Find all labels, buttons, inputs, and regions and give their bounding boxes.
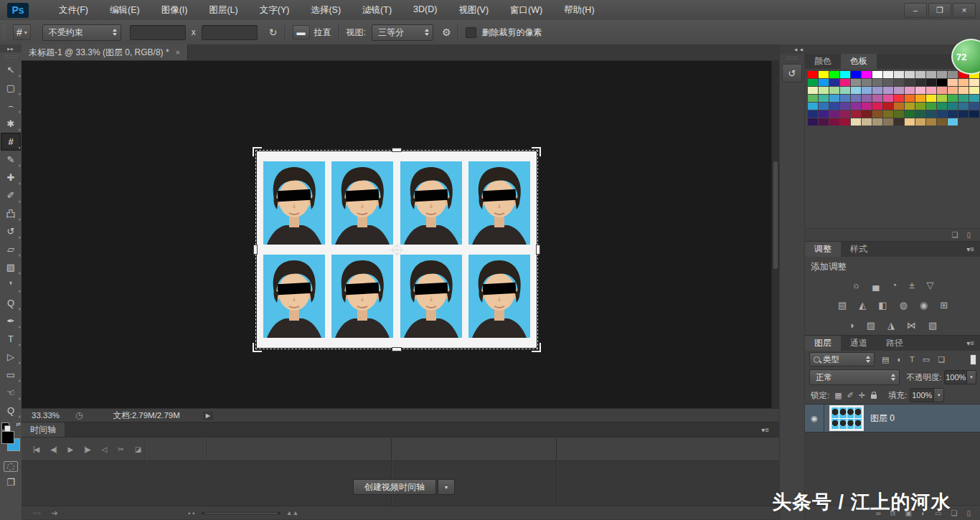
create-timeline-dropdown[interactable]: ▾	[438, 479, 455, 495]
color-swatch[interactable]	[948, 118, 958, 126]
color-swatch[interactable]	[872, 110, 882, 118]
split-clip-button[interactable]: ✂	[118, 445, 123, 453]
color-swatch[interactable]	[969, 103, 979, 110]
next-frame-button[interactable]: |▶	[84, 445, 90, 453]
color-swatch[interactable]	[819, 118, 829, 126]
lock-all-icon[interactable]	[871, 394, 877, 399]
color-swatch[interactable]	[808, 79, 818, 86]
color-swatch[interactable]	[937, 95, 947, 102]
lock-transparency-icon[interactable]: ▦	[834, 391, 842, 400]
color-swatch[interactable]	[958, 103, 969, 110]
color-swatch[interactable]	[905, 110, 915, 118]
color-swatch[interactable]	[862, 95, 872, 102]
hue-saturation-icon[interactable]: ▤	[838, 300, 847, 311]
color-swatch[interactable]	[872, 71, 882, 78]
brush-tool[interactable]: ✐	[1, 186, 21, 204]
color-swatch[interactable]	[937, 118, 947, 126]
timeline-panel-menu-icon[interactable]: ▾≡	[761, 426, 769, 434]
history-panel-icon[interactable]: ↺	[782, 64, 802, 82]
color-swatch[interactable]	[883, 103, 893, 110]
color-swatch[interactable]	[958, 110, 969, 118]
minimize-button[interactable]: –	[904, 3, 927, 18]
zoom-in-timeline-icon[interactable]: ▲▲	[286, 509, 299, 516]
color-swatch[interactable]	[840, 95, 850, 102]
color-swatch[interactable]	[808, 103, 818, 110]
color-swatch[interactable]	[840, 103, 850, 110]
close-button[interactable]: ×	[953, 3, 976, 18]
menu-filter[interactable]: 滤镜(T)	[362, 4, 392, 16]
menu-image[interactable]: 图像(I)	[161, 4, 188, 16]
lock-pixels-icon[interactable]: ✐	[847, 391, 854, 400]
crop-handle-top-right[interactable]	[532, 147, 541, 156]
color-swatch[interactable]	[958, 95, 969, 102]
color-swatch[interactable]	[883, 110, 893, 118]
color-swatch[interactable]	[819, 71, 829, 78]
tab-swatches[interactable]: 色板	[841, 54, 877, 69]
color-swatch[interactable]	[905, 103, 915, 110]
color-swatch[interactable]	[829, 71, 839, 78]
canvas-vertical-scrollbar[interactable]	[771, 61, 779, 408]
color-swatch[interactable]	[862, 87, 872, 94]
color-swatch[interactable]	[926, 71, 936, 78]
color-swatch[interactable]	[905, 79, 915, 86]
color-swatch[interactable]	[926, 110, 936, 118]
color-swatch[interactable]	[851, 71, 861, 78]
render-video-icon[interactable]: ➔	[52, 509, 58, 518]
color-swatch[interactable]	[819, 79, 829, 86]
filter-smart-objects-icon[interactable]: ❏	[938, 355, 945, 364]
color-swatch[interactable]	[915, 110, 925, 118]
black-white-icon[interactable]: ◧	[878, 300, 887, 311]
color-swatch[interactable]	[840, 87, 850, 94]
color-swatch[interactable]	[905, 87, 915, 94]
color-swatch[interactable]	[819, 110, 829, 118]
color-swatch[interactable]	[894, 87, 904, 94]
color-swatch[interactable]	[915, 95, 925, 102]
color-swatch[interactable]	[894, 118, 904, 126]
color-swatch[interactable]	[829, 110, 839, 118]
color-swatch[interactable]	[808, 95, 818, 102]
timeline-zoom-slider[interactable]	[202, 512, 281, 514]
menu-type[interactable]: 文字(Y)	[260, 4, 290, 16]
zoom-tool[interactable]: Q	[1, 402, 21, 420]
color-swatch[interactable]	[958, 79, 969, 86]
color-swatch[interactable]	[969, 79, 979, 86]
color-swatch[interactable]	[829, 118, 839, 126]
frame-view-icon[interactable]: ▫▫▫	[33, 510, 42, 516]
rectangle-tool[interactable]: ▭	[1, 366, 21, 384]
gradient-map-icon[interactable]: ⋈	[907, 320, 916, 331]
color-swatch[interactable]	[969, 87, 979, 94]
healing-brush-tool[interactable]: ✚	[1, 169, 21, 186]
layer-thumbnail[interactable]	[829, 405, 864, 431]
color-swatch[interactable]	[829, 103, 839, 110]
color-swatch[interactable]	[872, 79, 882, 86]
create-video-timeline-button[interactable]: 创建视频时间轴	[353, 479, 436, 495]
color-swatch[interactable]	[862, 118, 872, 126]
color-swatch[interactable]	[926, 87, 936, 94]
color-swatch[interactable]	[819, 103, 829, 110]
zoom-out-timeline-icon[interactable]: ▲▲	[187, 511, 196, 515]
levels-icon[interactable]: ▄	[872, 280, 879, 290]
color-swatch[interactable]	[948, 103, 958, 110]
color-swatch[interactable]	[915, 103, 925, 110]
color-swatch[interactable]	[883, 79, 893, 86]
swap-colors-icon[interactable]: ⇄	[16, 421, 21, 427]
opacity-input[interactable]: 100% ▾	[944, 370, 976, 384]
color-swatch[interactable]	[926, 95, 936, 102]
hand-tool[interactable]: ☜	[1, 384, 21, 402]
crop-handle-bottom-left[interactable]	[253, 343, 262, 352]
color-swatch[interactable]	[937, 71, 947, 78]
layer-filter-select[interactable]: 类型	[809, 352, 875, 367]
color-swatch[interactable]	[851, 87, 861, 94]
filter-type-layers-icon[interactable]: T	[910, 355, 915, 364]
clone-stamp-tool[interactable]: 凸	[1, 204, 21, 222]
color-swatch[interactable]	[905, 95, 915, 102]
move-tool[interactable]: ↖	[1, 61, 21, 79]
color-swatch[interactable]	[948, 110, 958, 118]
color-swatch[interactable]	[883, 95, 893, 102]
color-swatch[interactable]	[905, 118, 915, 126]
transition-button[interactable]: ◪	[135, 445, 141, 453]
lasso-tool[interactable]: ⌢	[1, 97, 21, 115]
play-button[interactable]: ▶	[68, 445, 73, 453]
color-swatch[interactable]	[862, 110, 872, 118]
layer-visibility-eye-icon[interactable]: ◉	[805, 405, 824, 432]
